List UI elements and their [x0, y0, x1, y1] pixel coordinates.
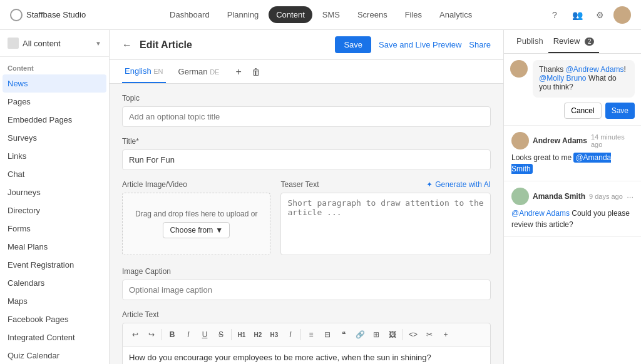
- image-upload-area[interactable]: Drag and drop files here to upload or Ch…: [122, 193, 270, 255]
- sidebar-item-quiz-calendar[interactable]: Quiz Calendar: [0, 346, 109, 364]
- more-tools-button[interactable]: ✂: [422, 327, 437, 342]
- h2-button[interactable]: H2: [250, 327, 265, 342]
- mention-andrew: @Andrew Adams: [566, 65, 624, 74]
- comment-time-1: 14 minutes ago: [591, 133, 633, 148]
- ordered-list-button[interactable]: ⊟: [320, 327, 335, 342]
- image-label: Article Image/Video: [122, 180, 187, 189]
- top-navigation: Staffbase Studio Dashboard Planning Cont…: [0, 0, 641, 30]
- topic-label: Topic: [122, 94, 491, 103]
- nav-dashboard[interactable]: Dashboard: [162, 6, 217, 23]
- sidebar-item-embedded-pages[interactable]: Embedded Pages: [0, 111, 109, 129]
- toolbar-divider-4: [403, 329, 403, 340]
- article-text-content: How do you encourage your employees to b…: [129, 353, 431, 362]
- sidebar-item-news[interactable]: News: [3, 74, 106, 93]
- grid-icon: [8, 38, 19, 49]
- unordered-list-button[interactable]: ≡: [304, 327, 319, 342]
- sidebar-all-content[interactable]: All content ▼: [0, 30, 109, 57]
- sidebar-item-directory[interactable]: Directory: [0, 201, 109, 220]
- form-area: Topic Title* Article Image/Video Drag an…: [110, 84, 503, 364]
- save-button[interactable]: Save: [335, 36, 371, 53]
- sidebar-item-pages[interactable]: Pages: [0, 93, 109, 111]
- brand-icon: [10, 9, 23, 21]
- comment-mention-2: @Andrew Adams: [511, 209, 570, 218]
- save-and-live-preview-button[interactable]: Save and Live Preview: [379, 40, 461, 49]
- bold-button[interactable]: B: [165, 327, 180, 342]
- sidebar-item-meal-plans[interactable]: Meal Plans: [0, 238, 109, 256]
- comment-more-button[interactable]: ···: [627, 192, 633, 201]
- article-text-editor[interactable]: How do you encourage your employees to b…: [122, 346, 491, 364]
- sidebar-item-maps[interactable]: Maps: [0, 292, 109, 310]
- underline-button[interactable]: U: [197, 327, 212, 342]
- save-comment-button[interactable]: Save: [605, 103, 635, 119]
- link-button[interactable]: 🔗: [352, 327, 367, 342]
- redo-button[interactable]: ↪: [144, 327, 159, 342]
- sidebar-item-forms[interactable]: Forms: [0, 220, 109, 238]
- image-caption-input[interactable]: [122, 280, 491, 300]
- image-section: Article Image/Video Drag and drop files …: [122, 180, 270, 255]
- share-button[interactable]: Share: [469, 40, 491, 49]
- sidebar-item-event-registration[interactable]: Event Registration: [0, 256, 109, 274]
- settings-icon[interactable]: ⚙: [591, 6, 608, 24]
- tab-review[interactable]: Review 2: [548, 30, 600, 53]
- nav-analytics[interactable]: Analytics: [432, 6, 479, 23]
- language-tabs: English EN German DE + 🗑: [110, 60, 503, 84]
- add-language-button[interactable]: +: [232, 61, 245, 83]
- sidebar-item-chat[interactable]: Chat: [0, 165, 109, 183]
- nav-sms[interactable]: SMS: [315, 6, 347, 23]
- code-button[interactable]: <>: [406, 327, 421, 342]
- blockquote-button[interactable]: ❝: [336, 327, 351, 342]
- page-title: Edit Article: [140, 39, 327, 51]
- sidebar-item-links[interactable]: Links: [0, 147, 109, 165]
- comment-text-display[interactable]: Thanks @Andrew Adams! @Molly Bruno What …: [533, 60, 635, 98]
- italic2-button[interactable]: I: [283, 327, 298, 342]
- h1-button[interactable]: H1: [234, 327, 249, 342]
- tab-publish[interactable]: Publish: [511, 30, 548, 53]
- comment-time-2: 9 days ago: [589, 193, 623, 200]
- delete-language-button[interactable]: 🗑: [248, 62, 264, 82]
- back-button[interactable]: ←: [122, 39, 132, 51]
- sidebar-item-journeys[interactable]: Journeys: [0, 183, 109, 201]
- tab-english[interactable]: English EN: [122, 60, 166, 83]
- body-layout: All content ▼ Content News Pages Embedde…: [0, 30, 641, 364]
- review-badge: 2: [585, 38, 595, 46]
- comment-avatar-1: [511, 132, 529, 149]
- comment-header-2: Amanda Smith 9 days ago ···: [511, 188, 633, 205]
- nav-screens[interactable]: Screens: [350, 6, 395, 23]
- nav-content[interactable]: Content: [269, 6, 312, 23]
- image-drag-text: Drag and drop files here to upload or: [135, 210, 257, 218]
- nav-files[interactable]: Files: [397, 6, 429, 23]
- teaser-label: Teaser Text: [280, 180, 319, 189]
- sidebar-item-surveys[interactable]: Surveys: [0, 129, 109, 147]
- comment-compose-actions: Cancel Save: [510, 103, 635, 119]
- article-text-label: Article Text: [122, 310, 491, 319]
- choose-from-button[interactable]: Choose from ▼: [163, 222, 230, 238]
- h3-button[interactable]: H3: [267, 327, 282, 342]
- main-editor: ← Edit Article Save Save and Live Previe…: [110, 30, 503, 364]
- teaser-textarea[interactable]: [280, 193, 491, 255]
- right-panel-tabs: Publish Review 2: [504, 30, 641, 54]
- tab-german[interactable]: German DE: [176, 61, 222, 83]
- table-button[interactable]: ⊞: [369, 327, 384, 342]
- italic-button[interactable]: I: [181, 327, 196, 342]
- cancel-comment-button[interactable]: Cancel: [564, 103, 601, 119]
- help-icon[interactable]: ?: [546, 6, 563, 24]
- image-button[interactable]: 🖼: [385, 327, 400, 342]
- brand-logo[interactable]: Staffbase Studio: [10, 9, 86, 21]
- sidebar-item-facebook-pages[interactable]: Facebook Pages: [0, 310, 109, 328]
- add-element-button[interactable]: +: [438, 327, 453, 342]
- topic-input[interactable]: [122, 106, 491, 127]
- editor-toolbar: ↩ ↪ B I U S H1 H2 H3 I ≡ ⊟ ❝ 🔗: [122, 323, 491, 346]
- sidebar-item-integrated-content[interactable]: Integrated Content: [0, 328, 109, 346]
- strikethrough-button[interactable]: S: [213, 327, 228, 342]
- title-input[interactable]: [122, 149, 491, 170]
- user-avatar[interactable]: [613, 6, 631, 24]
- nav-planning[interactable]: Planning: [220, 6, 267, 23]
- generate-ai-teaser-button[interactable]: ✦ Generate with AI: [426, 180, 491, 189]
- people-icon[interactable]: 👥: [568, 6, 586, 24]
- sidebar-item-calendars[interactable]: Calendars: [0, 274, 109, 292]
- toolbar-divider-1: [162, 329, 162, 340]
- undo-button[interactable]: ↩: [128, 327, 143, 342]
- content-section-title: Content: [0, 57, 109, 74]
- image-caption-label: Image Caption: [122, 267, 491, 276]
- chevron-icon: ▼: [215, 226, 223, 235]
